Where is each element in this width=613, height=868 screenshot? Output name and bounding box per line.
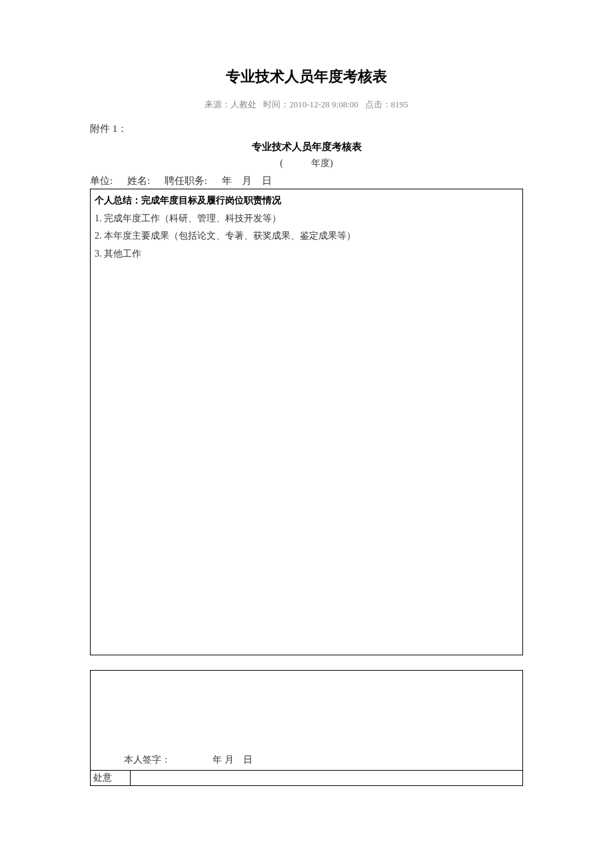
meta-line: 来源：人教处 时间：2010-12-28 9:08:00 点击：8195 <box>90 99 523 111</box>
date-label: 年 月 日 <box>222 175 272 186</box>
info-line: 单位: 姓名: 聘任职务: 年 月 日 <box>90 175 523 187</box>
document-title: 专业技术人员年度考核表 <box>90 67 523 87</box>
summary-header: 个人总结：完成年度目标及履行岗位职责情况 <box>95 192 518 210</box>
position-label: 聘任职务: <box>165 175 207 186</box>
signature-table: 本人签字： 年 月 日 处意 <box>90 670 523 786</box>
time-label: 时间： <box>263 99 289 109</box>
attachment-label: 附件 1： <box>90 123 523 135</box>
self-sign-label: 本人签字： <box>124 755 171 765</box>
summary-box: 个人总结：完成年度目标及履行岗位职责情况 1. 完成年度工作（科研、管理、科技开… <box>90 189 523 655</box>
dept-opinion-label: 处意 <box>91 771 131 786</box>
summary-item-2: 2. 本年度主要成果（包括论文、专著、获奖成果、鉴定成果等） <box>95 227 518 245</box>
form-title: 专业技术人员年度考核表 <box>90 141 523 153</box>
source-label: 来源： <box>205 99 231 109</box>
summary-item-1: 1. 完成年度工作（科研、管理、科技开发等） <box>95 210 518 228</box>
unit-label: 单位: <box>90 175 113 186</box>
signature-area: 本人签字： 年 月 日 <box>91 671 523 771</box>
hits-label: 点击： <box>365 99 391 109</box>
year-line: ( 年度) <box>90 157 523 169</box>
source-value: 人教处 <box>231 99 257 109</box>
time-value: 2010-12-28 9:08:00 <box>289 99 358 109</box>
sign-date: 年 月 日 <box>213 755 253 765</box>
name-label: 姓名: <box>127 175 150 186</box>
dept-opinion-cell <box>131 771 523 786</box>
summary-item-3: 3. 其他工作 <box>95 245 518 263</box>
hits-value: 8195 <box>391 99 408 109</box>
